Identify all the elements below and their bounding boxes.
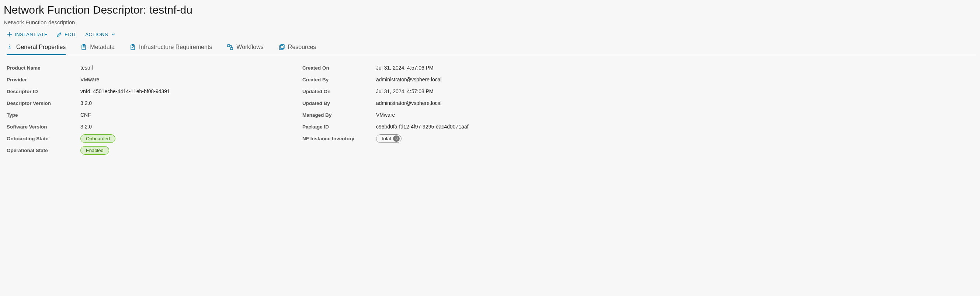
row-created-on: Created On Jul 31, 2024, 4:57:06 PM <box>302 62 576 74</box>
actions-dropdown[interactable]: ACTIONS <box>85 31 116 37</box>
svg-rect-12 <box>280 46 283 50</box>
left-column: Product Name testnf Provider VMware Desc… <box>6 62 280 156</box>
tab-workflows[interactable]: Workflows <box>227 41 264 55</box>
value-operational-state: Enabled <box>80 146 280 155</box>
chevron-down-icon <box>110 31 116 37</box>
tab-workflows-label: Workflows <box>236 44 264 51</box>
operational-state-badge: Enabled <box>80 146 109 155</box>
row-product-name: Product Name testnf <box>6 62 280 74</box>
label-created-by: Created By <box>302 77 376 82</box>
row-updated-on: Updated On Jul 31, 2024, 4:57:08 PM <box>302 85 576 97</box>
edit-label: EDIT <box>65 32 76 37</box>
label-updated-by: Updated By <box>302 101 376 106</box>
workflow-icon <box>227 44 233 51</box>
row-managed-by: Managed By VMware <box>302 109 576 121</box>
label-type: Type <box>6 112 80 118</box>
value-nf-instance-inventory: Total 0 <box>376 135 576 143</box>
inventory-count: 0 <box>393 136 400 142</box>
value-onboarding-state: Onboarded <box>80 135 280 143</box>
label-operational-state: Operational State <box>6 148 80 153</box>
tab-metadata[interactable]: Metadata <box>80 41 115 55</box>
label-software-version: Software Version <box>6 124 80 130</box>
checklist-icon <box>129 44 136 51</box>
row-updated-by: Updated By administrator@vsphere.local <box>302 97 576 109</box>
svg-rect-10 <box>228 44 230 47</box>
label-updated-on: Updated On <box>302 89 376 94</box>
page-title: Network Function Descriptor: testnf-du <box>4 4 976 16</box>
instantiate-label: INSTANTIATE <box>15 32 48 37</box>
value-created-on: Jul 31, 2024, 4:57:06 PM <box>376 65 576 71</box>
row-descriptor-version: Descriptor Version 3.2.0 <box>6 97 280 109</box>
svg-point-3 <box>9 44 10 45</box>
value-managed-by: VMware <box>376 112 576 118</box>
actions-label: ACTIONS <box>85 32 108 37</box>
label-package-id: Package ID <box>302 124 376 130</box>
value-provider: VMware <box>80 77 280 82</box>
row-created-by: Created By administrator@vsphere.local <box>302 74 576 85</box>
instantiate-button[interactable]: INSTANTIATE <box>6 31 48 37</box>
resources-icon <box>278 44 285 51</box>
info-icon <box>6 44 13 51</box>
onboarding-state-badge: Onboarded <box>80 135 115 143</box>
label-descriptor-id: Descriptor ID <box>6 89 80 94</box>
tab-bar: General Properties Metadata Infrastructu… <box>4 41 976 55</box>
label-created-on: Created On <box>302 65 376 71</box>
title-prefix: Network Function Descriptor: <box>4 4 150 16</box>
row-type: Type CNF <box>6 109 280 121</box>
value-type: CNF <box>80 112 280 118</box>
label-provider: Provider <box>6 77 80 82</box>
row-operational-state: Operational State Enabled <box>6 144 280 156</box>
row-provider: Provider VMware <box>6 74 280 85</box>
value-updated-on: Jul 31, 2024, 4:57:08 PM <box>376 89 576 94</box>
action-bar: INSTANTIATE EDIT ACTIONS <box>4 30 976 41</box>
value-package-id: c96bd0fa-fd12-4f97-9295-eac4d0071aaf <box>376 124 576 130</box>
value-descriptor-version: 3.2.0 <box>80 100 280 106</box>
label-descriptor-version: Descriptor Version <box>6 101 80 106</box>
tab-general-label: General Properties <box>16 44 66 51</box>
inventory-total-label: Total <box>381 136 391 141</box>
value-descriptor-id: vnfd_4501ecbe-4414-11eb-bf08-9d391 <box>80 89 280 94</box>
row-onboarding-state: Onboarding State Onboarded <box>6 133 280 144</box>
tab-metadata-label: Metadata <box>90 44 115 51</box>
properties-grid: Product Name testnf Provider VMware Desc… <box>4 55 579 156</box>
page-subtitle: Network Function description <box>4 19 976 25</box>
value-updated-by: administrator@vsphere.local <box>376 100 576 106</box>
tab-resources-label: Resources <box>288 44 316 51</box>
tab-general-properties[interactable]: General Properties <box>6 41 66 55</box>
title-name: testnf-du <box>150 4 192 16</box>
label-onboarding-state: Onboarding State <box>6 136 80 141</box>
clipboard-icon <box>80 44 87 51</box>
row-software-version: Software Version 3.2.0 <box>6 121 280 133</box>
tab-infrastructure-requirements[interactable]: Infrastructure Requirements <box>129 41 212 55</box>
edit-button[interactable]: EDIT <box>56 31 76 37</box>
pencil-icon <box>56 31 62 37</box>
right-column: Created On Jul 31, 2024, 4:57:06 PM Crea… <box>302 62 576 156</box>
row-descriptor-id: Descriptor ID vnfd_4501ecbe-4414-11eb-bf… <box>6 85 280 97</box>
value-software-version: 3.2.0 <box>80 124 280 130</box>
tab-resources[interactable]: Resources <box>278 41 316 55</box>
svg-rect-13 <box>281 44 284 49</box>
label-nf-instance-inventory: NF Instance Inventory <box>302 136 376 141</box>
value-created-by: administrator@vsphere.local <box>376 77 576 82</box>
inventory-total-badge[interactable]: Total 0 <box>376 135 401 143</box>
label-product-name: Product Name <box>6 65 80 71</box>
tab-infra-label: Infrastructure Requirements <box>139 44 212 51</box>
row-nf-instance-inventory: NF Instance Inventory Total 0 <box>302 133 576 144</box>
row-package-id: Package ID c96bd0fa-fd12-4f97-9295-eac4d… <box>302 121 576 133</box>
svg-rect-11 <box>231 47 233 50</box>
plus-icon <box>6 31 13 37</box>
value-product-name: testnf <box>80 65 280 71</box>
label-managed-by: Managed By <box>302 112 376 118</box>
